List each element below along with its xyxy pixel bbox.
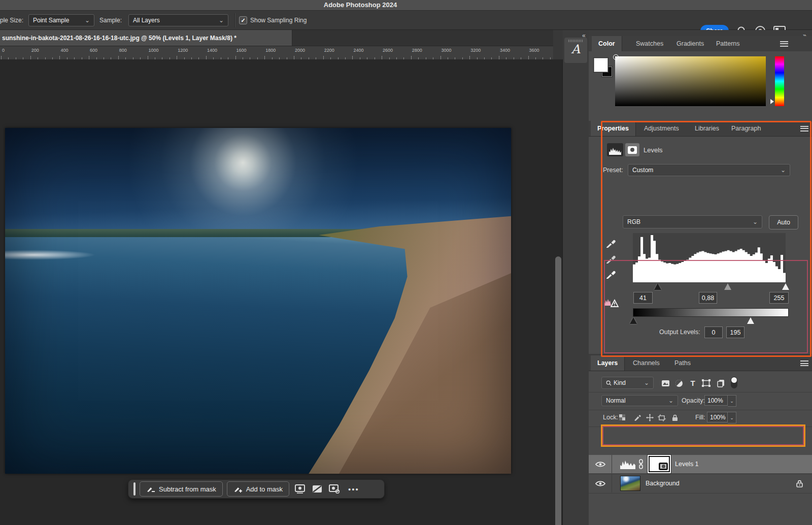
tab-gradients[interactable]: Gradients — [670, 36, 710, 51]
search-icon — [606, 380, 612, 386]
options-divider — [234, 13, 235, 27]
input-highlight-slider[interactable] — [782, 283, 789, 290]
mask-icon — [625, 143, 639, 156]
horizontal-ruler: 0200400600800100012001400160018002000220… — [0, 46, 553, 60]
foreground-color-swatch[interactable] — [594, 58, 608, 72]
ruler-label: 2400 — [353, 48, 363, 53]
mask-link-icon[interactable] — [638, 459, 644, 469]
show-sampling-ring-checkbox[interactable]: ✓ — [239, 16, 247, 24]
document-tab[interactable]: sunshine-in-bakota-2021-08-26-16-16-18-u… — [0, 30, 292, 46]
vertical-scrollbar-thumb[interactable] — [555, 256, 561, 525]
opacity-chevron[interactable]: ⌄ — [728, 395, 736, 407]
input-gamma-slider[interactable] — [724, 283, 731, 290]
taskbar-more-button[interactable]: ••• — [345, 485, 362, 494]
panel-icon-tile[interactable]: A — [564, 38, 587, 63]
sample-size-label: ple Size: — [0, 17, 23, 24]
ruler-label: 1400 — [207, 48, 217, 53]
layer-name[interactable]: Background — [646, 480, 680, 487]
tab-adjustments[interactable]: Adjustments — [637, 121, 686, 136]
layer-row-levels-1[interactable]: Levels 1 — [589, 455, 812, 473]
sample-layers-dropdown[interactable]: All Layers⌄ — [128, 14, 228, 26]
filter-type-layers-icon[interactable]: T — [688, 378, 698, 388]
histogram-refresh-warning-icon[interactable] — [604, 298, 619, 309]
layer-visibility-eye-icon[interactable] — [589, 474, 612, 493]
tab-swatches[interactable]: Swatches — [629, 36, 670, 51]
output-highlight-field[interactable]: 195 — [726, 326, 745, 338]
properties-panel-menu-icon[interactable] — [800, 126, 808, 132]
properties-tab-bar: Properties Adjustments Libraries Paragra… — [589, 121, 812, 137]
fill-value[interactable]: 100% — [707, 412, 728, 422]
color-panel-menu-icon[interactable] — [780, 41, 788, 47]
ruler-label: 3200 — [470, 48, 481, 53]
filter-pixel-layers-icon[interactable] — [660, 378, 670, 388]
white-point-eyedropper-icon[interactable] — [605, 269, 617, 280]
document-image[interactable] — [5, 128, 511, 474]
mask-options-button[interactable] — [328, 482, 341, 496]
ruler-label: 1600 — [236, 48, 247, 53]
ruler-label: 3000 — [442, 48, 452, 53]
layers-tab-bar: Layers Channels Paths — [589, 355, 812, 371]
tab-channels[interactable]: Channels — [626, 355, 666, 371]
layer-row-background[interactable]: Background — [589, 474, 812, 493]
gray-point-eyedropper-icon[interactable] — [605, 253, 617, 265]
subtract-from-mask-button[interactable]: Subtract from mask — [140, 481, 223, 497]
add-to-mask-button[interactable]: Add to mask — [227, 481, 289, 497]
sample-size-dropdown[interactable]: Point Sample⌄ — [28, 14, 94, 26]
titlebar: Adobe Photoshop 2024 — [0, 0, 812, 11]
hue-slider[interactable] — [775, 56, 784, 106]
preset-dropdown[interactable]: Custom⌄ — [628, 164, 790, 176]
auto-button[interactable]: Auto — [769, 215, 798, 229]
layer-filter-toggle[interactable] — [731, 377, 737, 388]
background-layer-thumbnail[interactable] — [620, 476, 640, 491]
layers-panel-menu-icon[interactable] — [800, 360, 808, 366]
ruler-label: 1800 — [265, 48, 276, 53]
channel-dropdown[interactable]: RGB⌄ — [623, 215, 762, 228]
black-point-eyedropper-icon[interactable] — [605, 238, 617, 249]
chevron-down-icon: ⌄ — [781, 167, 786, 174]
photoshop-window: Adobe Photoshop 2024 ple Size: Point Sam… — [0, 0, 812, 525]
layer-visibility-eye-icon[interactable] — [589, 455, 612, 473]
lock-transparency-icon[interactable] — [617, 413, 627, 422]
tab-paragraph[interactable]: Paragraph — [725, 121, 767, 136]
tab-properties[interactable]: Properties — [591, 121, 636, 136]
tab-patterns[interactable]: Patterns — [709, 36, 747, 51]
lock-pixels-icon[interactable] — [632, 413, 642, 422]
disable-mask-button[interactable] — [311, 482, 324, 496]
hue-slider-marker[interactable] — [770, 99, 774, 104]
tab-paths[interactable]: Paths — [668, 355, 697, 371]
lock-all-icon[interactable] — [670, 413, 680, 422]
fill-chevron[interactable]: ⌄ — [728, 412, 736, 423]
adjust-mask-button[interactable] — [293, 482, 307, 496]
output-highlight-slider[interactable] — [747, 317, 754, 324]
lock-artboard-icon[interactable] — [657, 413, 667, 422]
saturation-brightness-field[interactable] — [615, 56, 766, 106]
tab-libraries[interactable]: Libraries — [688, 121, 726, 136]
ruler-label: 800 — [119, 48, 127, 53]
filter-adjustment-layers-icon[interactable] — [674, 378, 684, 388]
filter-shape-layers-icon[interactable] — [701, 378, 711, 388]
layer-name[interactable]: Levels 1 — [675, 461, 699, 468]
output-shadow-slider[interactable] — [630, 317, 637, 324]
tab-color[interactable]: Color — [592, 36, 622, 51]
output-levels-label: Output Levels: — [659, 329, 700, 336]
typography-panel-icon: A — [564, 42, 587, 56]
output-shadow-field[interactable]: 0 — [704, 326, 723, 338]
taskbar-drag-handle[interactable] — [133, 482, 136, 496]
ruler-label: 1000 — [149, 48, 159, 53]
opacity-value[interactable]: 100% — [704, 395, 728, 406]
filter-smart-objects-icon[interactable] — [716, 378, 726, 388]
layer-filter-dropdown[interactable]: Kind⌄ — [601, 377, 654, 389]
color-field-picker[interactable] — [613, 54, 619, 60]
output-levels-gradient — [633, 308, 789, 317]
lock-position-icon[interactable] — [645, 413, 655, 422]
gamma-input-field[interactable]: 0,88 — [699, 292, 717, 304]
shadow-input-field[interactable]: 41 — [633, 292, 653, 304]
layer-mask-thumbnail[interactable] — [649, 456, 670, 472]
tab-layers[interactable]: Layers — [591, 355, 625, 371]
chevron-down-icon: ⌄ — [85, 17, 90, 24]
ruler-label: 200 — [31, 48, 39, 53]
input-shadow-slider[interactable] — [654, 283, 661, 290]
highlight-input-field[interactable]: 255 — [769, 292, 789, 304]
blend-mode-dropdown[interactable]: Normal⌄ — [601, 395, 678, 406]
levels-adjustment-thumbnail[interactable] — [620, 459, 635, 469]
